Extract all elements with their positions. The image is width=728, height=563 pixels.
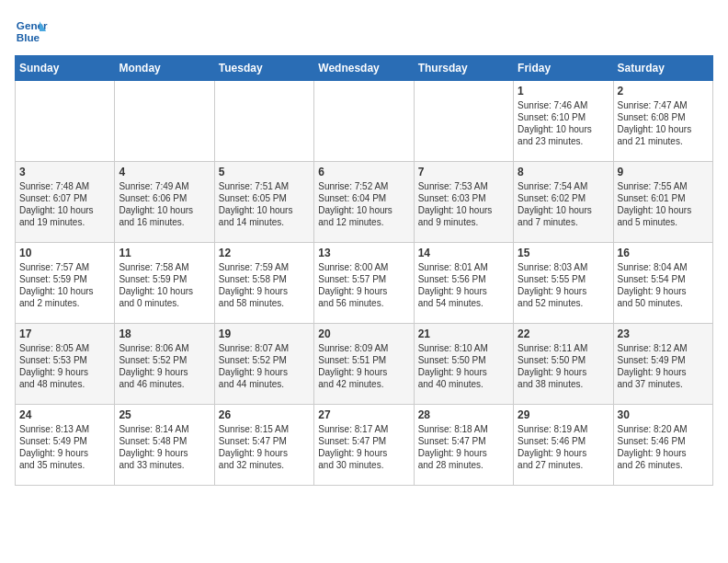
day-cell: 11Sunrise: 7:58 AMSunset: 5:59 PMDayligh… xyxy=(115,243,214,324)
day-info: Sunset: 5:50 PM xyxy=(518,354,609,366)
day-info: Daylight: 9 hours xyxy=(518,447,609,459)
day-cell xyxy=(414,81,513,162)
day-cell: 23Sunrise: 8:12 AMSunset: 5:49 PMDayligh… xyxy=(613,324,712,405)
day-info: Sunrise: 8:00 AM xyxy=(318,261,409,273)
day-info: Daylight: 9 hours xyxy=(518,366,609,378)
day-number: 26 xyxy=(219,408,310,421)
day-info: Sunset: 5:56 PM xyxy=(418,273,509,285)
day-info: and 21 minutes. xyxy=(618,135,709,147)
day-info: Daylight: 10 hours xyxy=(518,204,609,216)
day-info: Daylight: 10 hours xyxy=(19,204,110,216)
day-info: and 48 minutes. xyxy=(19,378,110,390)
day-info: Daylight: 9 hours xyxy=(318,366,409,378)
calendar-table: SundayMondayTuesdayWednesdayThursdayFrid… xyxy=(15,55,713,486)
day-info: Sunrise: 8:04 AM xyxy=(618,261,709,273)
day-info: Sunset: 6:04 PM xyxy=(318,192,409,204)
day-info: and 56 minutes. xyxy=(318,297,409,309)
day-number: 13 xyxy=(318,247,409,259)
day-info: Sunrise: 7:51 AM xyxy=(219,180,310,192)
day-number: 8 xyxy=(518,166,609,178)
day-cell: 26Sunrise: 8:15 AMSunset: 5:47 PMDayligh… xyxy=(214,405,313,486)
day-cell: 24Sunrise: 8:13 AMSunset: 5:49 PMDayligh… xyxy=(16,405,115,486)
day-info: and 27 minutes. xyxy=(518,459,609,471)
day-number: 16 xyxy=(618,247,709,259)
day-info: Daylight: 9 hours xyxy=(119,447,210,459)
day-info: Sunset: 6:08 PM xyxy=(618,111,709,123)
day-info: and 52 minutes. xyxy=(518,297,609,309)
day-cell: 8Sunrise: 7:54 AMSunset: 6:02 PMDaylight… xyxy=(514,162,613,243)
day-info: Sunset: 6:10 PM xyxy=(518,111,609,123)
day-info: Sunrise: 8:03 AM xyxy=(518,261,609,273)
day-info: Daylight: 9 hours xyxy=(119,366,210,378)
day-number: 9 xyxy=(618,166,709,178)
day-info: Sunrise: 7:54 AM xyxy=(518,180,609,192)
day-cell: 12Sunrise: 7:59 AMSunset: 5:58 PMDayligh… xyxy=(214,243,313,324)
calendar-body: 1Sunrise: 7:46 AMSunset: 6:10 PMDaylight… xyxy=(16,81,713,486)
day-info: Sunset: 6:01 PM xyxy=(618,192,709,204)
day-info: Daylight: 10 hours xyxy=(618,123,709,135)
day-info: and 2 minutes. xyxy=(19,297,110,309)
day-info: Sunrise: 8:18 AM xyxy=(418,423,509,435)
day-info: Daylight: 10 hours xyxy=(119,204,210,216)
day-info: Sunrise: 8:10 AM xyxy=(418,342,509,354)
day-info: Daylight: 9 hours xyxy=(418,285,509,297)
day-info: Sunrise: 7:47 AM xyxy=(618,99,709,111)
day-info: Daylight: 10 hours xyxy=(418,204,509,216)
day-number: 23 xyxy=(618,327,709,340)
day-info: Sunset: 6:06 PM xyxy=(119,192,210,204)
day-info: Sunrise: 8:05 AM xyxy=(19,342,110,354)
day-number: 30 xyxy=(618,408,709,421)
day-info: Sunrise: 8:11 AM xyxy=(518,342,609,354)
day-number: 15 xyxy=(518,247,609,259)
day-info: Daylight: 10 hours xyxy=(119,285,210,297)
day-info: Sunset: 5:50 PM xyxy=(418,354,509,366)
day-info: and 35 minutes. xyxy=(19,459,110,471)
day-number: 10 xyxy=(19,247,110,259)
day-cell: 3Sunrise: 7:48 AMSunset: 6:07 PMDaylight… xyxy=(16,162,115,243)
calendar-header-sunday: Sunday xyxy=(16,56,115,81)
day-info: Sunset: 5:48 PM xyxy=(119,435,210,447)
day-number: 14 xyxy=(418,247,509,259)
day-info: Sunrise: 8:20 AM xyxy=(618,423,709,435)
calendar-header-tuesday: Tuesday xyxy=(214,56,313,81)
day-info: Daylight: 9 hours xyxy=(418,366,509,378)
day-info: and 23 minutes. xyxy=(518,135,609,147)
day-info: Sunrise: 7:53 AM xyxy=(418,180,509,192)
day-info: Sunset: 5:53 PM xyxy=(19,354,110,366)
day-info: Daylight: 9 hours xyxy=(418,447,509,459)
day-cell: 2Sunrise: 7:47 AMSunset: 6:08 PMDaylight… xyxy=(613,81,712,162)
day-cell: 4Sunrise: 7:49 AMSunset: 6:06 PMDaylight… xyxy=(115,162,214,243)
day-cell: 5Sunrise: 7:51 AMSunset: 6:05 PMDaylight… xyxy=(214,162,313,243)
day-info: Daylight: 9 hours xyxy=(19,447,110,459)
day-info: Sunset: 5:52 PM xyxy=(119,354,210,366)
day-info: and 33 minutes. xyxy=(119,459,210,471)
day-info: and 0 minutes. xyxy=(119,297,210,309)
day-info: Sunset: 5:46 PM xyxy=(518,435,609,447)
day-info: Sunrise: 8:19 AM xyxy=(518,423,609,435)
day-info: Daylight: 10 hours xyxy=(19,285,110,297)
day-info: and 37 minutes. xyxy=(618,378,709,390)
day-info: and 30 minutes. xyxy=(318,459,409,471)
calendar-header-friday: Friday xyxy=(514,56,613,81)
week-row-5: 24Sunrise: 8:13 AMSunset: 5:49 PMDayligh… xyxy=(16,405,713,486)
day-info: Sunset: 5:47 PM xyxy=(219,435,310,447)
day-info: Sunset: 5:58 PM xyxy=(219,273,310,285)
logo-icon: General Blue xyxy=(15,15,48,48)
day-number: 2 xyxy=(618,85,709,98)
day-info: and 7 minutes. xyxy=(518,216,609,228)
day-number: 21 xyxy=(418,327,509,340)
day-info: and 58 minutes. xyxy=(219,297,310,309)
week-row-3: 10Sunrise: 7:57 AMSunset: 5:59 PMDayligh… xyxy=(16,243,713,324)
day-info: and 46 minutes. xyxy=(119,378,210,390)
day-number: 4 xyxy=(119,166,210,178)
calendar-header-row: SundayMondayTuesdayWednesdayThursdayFrid… xyxy=(16,56,713,81)
day-info: Daylight: 9 hours xyxy=(19,366,110,378)
day-info: and 5 minutes. xyxy=(618,216,709,228)
day-info: Sunset: 5:57 PM xyxy=(318,273,409,285)
day-info: Sunset: 6:03 PM xyxy=(418,192,509,204)
day-cell: 20Sunrise: 8:09 AMSunset: 5:51 PMDayligh… xyxy=(314,324,414,405)
day-info: Daylight: 9 hours xyxy=(219,285,310,297)
day-info: Sunset: 5:51 PM xyxy=(318,354,409,366)
day-info: and 40 minutes. xyxy=(418,378,509,390)
week-row-2: 3Sunrise: 7:48 AMSunset: 6:07 PMDaylight… xyxy=(16,162,713,243)
